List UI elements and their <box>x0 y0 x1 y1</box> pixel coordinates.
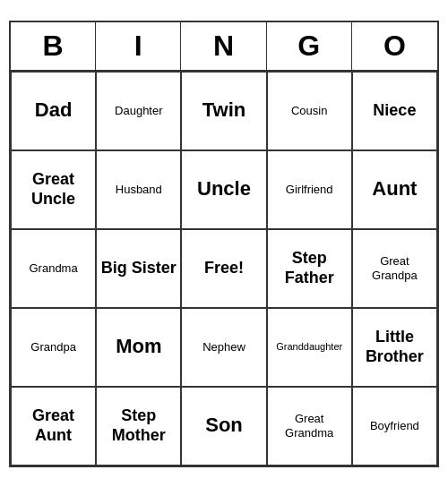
cell-r2-c4: Great Grandpa <box>352 229 437 308</box>
cell-r0-c1: Daughter <box>96 72 181 150</box>
header-letter-O: O <box>352 22 437 70</box>
cell-r3-c4: Little Brother <box>352 308 437 387</box>
bingo-grid: DadDaughterTwinCousinNieceGreat UncleHus… <box>11 72 437 466</box>
bingo-card: BINGO DadDaughterTwinCousinNieceGreat Un… <box>9 21 439 467</box>
cell-r4-c0: Great Aunt <box>11 387 96 466</box>
header-letter-G: G <box>267 22 352 70</box>
header-letter-N: N <box>181 22 266 70</box>
cell-r4-c4: Boyfriend <box>352 387 437 466</box>
cell-r2-c2: Free! <box>181 229 266 308</box>
cell-r1-c2: Uncle <box>181 150 266 229</box>
bingo-header: BINGO <box>11 22 437 72</box>
cell-r2-c3: Step Father <box>267 229 352 308</box>
header-letter-I: I <box>96 22 181 70</box>
cell-r3-c3: Granddaughter <box>267 308 352 387</box>
cell-r3-c0: Grandpa <box>11 308 96 387</box>
cell-r1-c4: Aunt <box>352 150 437 229</box>
cell-r0-c0: Dad <box>11 72 96 150</box>
cell-r2-c1: Big Sister <box>96 229 181 308</box>
cell-r0-c2: Twin <box>181 72 266 150</box>
cell-r0-c3: Cousin <box>267 72 352 150</box>
cell-r1-c3: Girlfriend <box>267 150 352 229</box>
cell-r1-c0: Great Uncle <box>11 150 96 229</box>
cell-r4-c2: Son <box>181 387 266 466</box>
cell-r3-c2: Nephew <box>181 308 266 387</box>
cell-r3-c1: Mom <box>96 308 181 387</box>
cell-r2-c0: Grandma <box>11 229 96 308</box>
cell-r1-c1: Husband <box>96 150 181 229</box>
cell-r4-c3: Great Grandma <box>267 387 352 466</box>
cell-r0-c4: Niece <box>352 72 437 150</box>
cell-r4-c1: Step Mother <box>96 387 181 466</box>
header-letter-B: B <box>11 22 96 70</box>
